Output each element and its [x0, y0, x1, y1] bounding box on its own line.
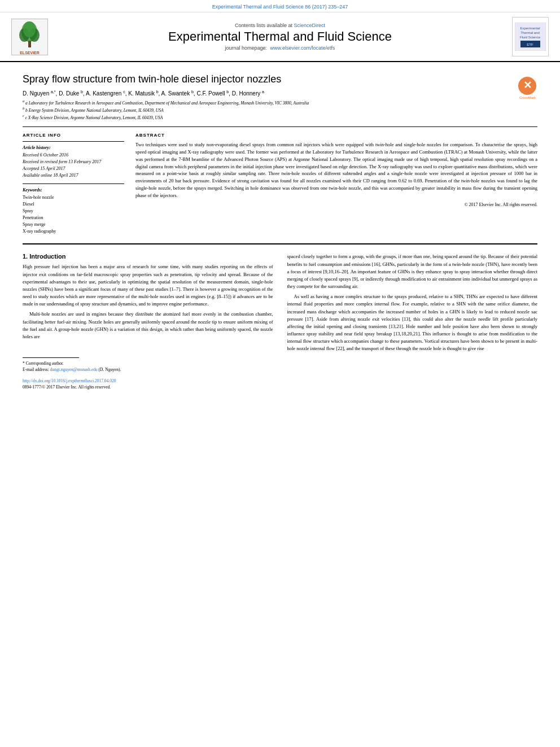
- issn-line: 0894-1777/© 2017 Elsevier Inc. All right…: [23, 385, 273, 390]
- body-col-right: spaced closely together to form a group,…: [287, 253, 538, 391]
- svg-point-4: [23, 21, 36, 37]
- main-divider: [23, 243, 537, 244]
- article-info-panel: ARTICLE INFO Article history: Received 6…: [23, 133, 124, 235]
- keyword-4: Penetration: [23, 215, 124, 221]
- intro-para-1: High pressure fuel injection has been a …: [23, 263, 273, 308]
- abstract-title: ABSTRACT: [135, 133, 537, 138]
- paper-content: Spray flow structure from twin-hole dies…: [0, 62, 560, 391]
- keyword-6: X-ray radiography: [23, 228, 124, 235]
- article-info-divider: [23, 141, 124, 142]
- body-text-col1: High pressure fuel injection has been a …: [23, 263, 273, 340]
- email-note: E-mail address: dungt.nguyen@monash.edu …: [23, 367, 273, 373]
- svg-text:Thermal and: Thermal and: [520, 31, 540, 34]
- crossmark-badge: ✕ CrossMark: [518, 76, 537, 99]
- journal-header-right: Experimental Thermal and Fluid Science E…: [504, 17, 549, 56]
- journal-badge: Experimental Thermal and Fluid Science E…: [512, 17, 549, 56]
- authors-line: D. Nguyen a,*, D. Duke b, A. Kastengren …: [23, 90, 512, 97]
- body-col-left: 1. Introduction High pressure fuel injec…: [23, 253, 273, 391]
- homepage-prefix: journal homepage:: [225, 45, 267, 51]
- svg-text:Fluid Science: Fluid Science: [520, 36, 541, 39]
- abstract-section: ABSTRACT Two techniques were used to stu…: [135, 133, 537, 235]
- svg-text:ETF: ETF: [527, 43, 533, 46]
- journal-title: Experimental Thermal and Fluid Science: [56, 29, 504, 44]
- homepage-url[interactable]: www.elsevier.com/locate/etfs: [270, 45, 335, 51]
- journal-header-center: Contents lists available at ScienceDirec…: [56, 23, 504, 51]
- email-suffix: (D. Nguyen).: [99, 367, 121, 372]
- history-title: Article history:: [23, 145, 124, 150]
- body-two-col: 1. Introduction High pressure fuel injec…: [23, 253, 537, 391]
- bottom-links: http://dx.doi.org/10.1016/j.expthermflus…: [23, 378, 273, 390]
- journal-badge-svg: Experimental Thermal and Fluid Science E…: [515, 23, 546, 51]
- keywords-divider: [23, 184, 124, 184]
- corresponding-label: * Corresponding author.: [23, 361, 64, 366]
- sciencedirect-link[interactable]: ScienceDirect: [294, 23, 326, 28]
- journal-citation-link[interactable]: Experimental Thermal and Fluid Science 8…: [212, 4, 348, 10]
- received-line: Received 6 October 2016: [23, 152, 124, 159]
- abstract-text: Two techniques were used to study non-ev…: [135, 141, 537, 199]
- intro-para-2: Multi-hole nozzles are used in engines b…: [23, 311, 273, 340]
- keyword-5: Spray merge: [23, 221, 124, 228]
- doi-link[interactable]: http://dx.doi.org/10.1016/j.expthermflus…: [23, 378, 273, 383]
- article-info-abstract-row: ARTICLE INFO Article history: Received 6…: [23, 133, 537, 235]
- contents-prefix: Contents lists available at: [235, 23, 292, 28]
- keyword-3: Spray: [23, 208, 124, 215]
- footnotes-section: * Corresponding author. E-mail address: …: [23, 357, 273, 390]
- paper-title: Spray flow structure from twin-hole dies…: [23, 73, 512, 85]
- keywords-section: Keywords: Twin-hole nozzle Diesel Spray …: [23, 184, 124, 235]
- corresponding-note: * Corresponding author.: [23, 361, 273, 367]
- keywords-title: Keywords:: [23, 187, 124, 193]
- article-info-title: ARTICLE INFO: [23, 133, 124, 138]
- email-label: E-mail address:: [23, 367, 49, 372]
- affiliation-a: a a Laboratory for Turbulence Research i…: [23, 99, 512, 106]
- top-bar: Experimental Thermal and Fluid Science 8…: [0, 0, 560, 12]
- intro-para-4: As well as having a more complex structu…: [287, 293, 538, 352]
- paper-title-section: Spray flow structure from twin-hole dies…: [23, 62, 537, 127]
- available-line: Available online 18 April 2017: [23, 172, 124, 179]
- revised-line: Received in revised form 13 February 201…: [23, 159, 124, 165]
- body-text-col2: spaced closely together to form a group,…: [287, 253, 538, 352]
- crossmark-icon: ✕: [518, 76, 537, 96]
- affiliation-b: b b Energy System Division, Argonne Nati…: [23, 106, 512, 113]
- section1-title: 1. Introduction: [23, 253, 273, 260]
- contents-line: Contents lists available at ScienceDirec…: [56, 23, 504, 28]
- accepted-line: Accepted 15 April 2017: [23, 165, 124, 172]
- copyright-line: © 2017 Elsevier Inc. All rights reserved…: [135, 202, 537, 207]
- crossmark-label: CrossMark: [519, 96, 536, 99]
- journal-header: ELSEVIER Contents lists available at Sci…: [0, 12, 560, 62]
- elsevier-left-logo: ELSEVIER: [11, 19, 56, 55]
- keyword-2: Diesel: [23, 201, 124, 208]
- affiliation-c: c c X-Ray Science Division, Argonne Nati…: [23, 113, 512, 121]
- homepage-line: journal homepage: www.elsevier.com/locat…: [56, 45, 504, 51]
- email-link[interactable]: dungt.nguyen@monash.edu: [50, 367, 98, 372]
- svg-text:✕: ✕: [523, 80, 532, 91]
- affiliations: a a Laboratory for Turbulence Research i…: [23, 99, 512, 121]
- intro-para-3: spaced closely together to form a group,…: [287, 253, 538, 290]
- authors-text: D. Nguyen a,*, D. Duke b, A. Kastengren …: [23, 90, 264, 97]
- footnote-divider: [23, 357, 79, 358]
- keyword-1: Twin-hole nozzle: [23, 194, 124, 201]
- svg-text:Experimental: Experimental: [520, 27, 540, 30]
- elsevier-tree-svg: [14, 19, 45, 50]
